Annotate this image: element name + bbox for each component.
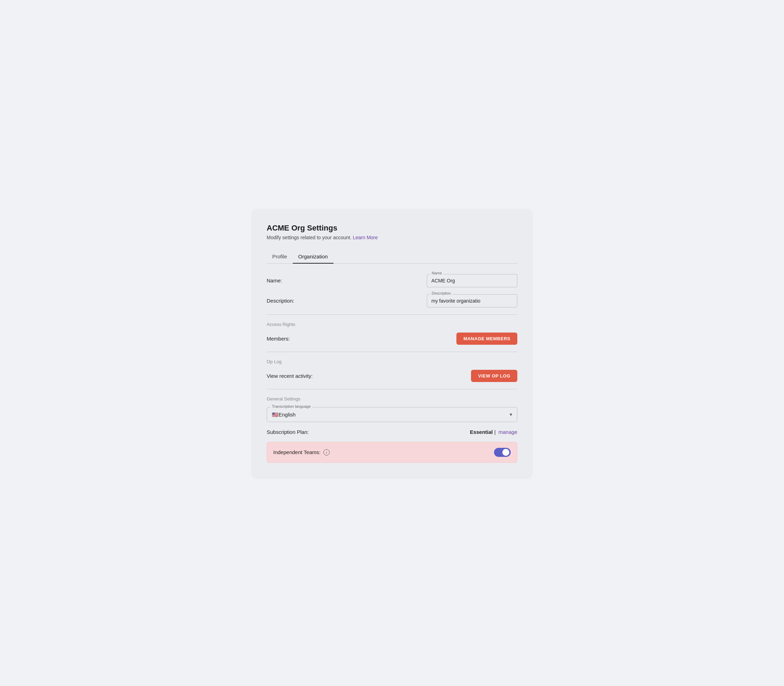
general-settings-heading: General Settings (267, 396, 517, 402)
op-log-row: View recent activity: VIEW OP LOG (267, 370, 517, 382)
tab-organization[interactable]: Organization (293, 250, 334, 264)
page-subtitle: Modify settings related to your account.… (267, 235, 517, 240)
members-label: Members: (267, 336, 290, 341)
name-input[interactable] (427, 274, 517, 287)
access-rights-heading: Access Rights (267, 322, 517, 327)
description-label: Description: (267, 298, 294, 304)
description-field-label: Description (430, 291, 452, 295)
language-wrapper: Transcription language 🇺🇸English ▾ (267, 407, 517, 422)
name-field-wrapper: Name (427, 274, 517, 287)
subscription-value: Essential | manage (470, 429, 517, 435)
divider-1 (267, 314, 517, 315)
language-select[interactable]: 🇺🇸English (267, 407, 517, 422)
divider-2 (267, 352, 517, 352)
description-field-wrapper: Description (427, 294, 517, 307)
description-row: Description: Description (267, 294, 517, 307)
manage-subscription-link[interactable]: manage (499, 429, 517, 435)
view-activity-label: View recent activity: (267, 373, 313, 379)
divider-3 (267, 389, 517, 389)
op-log-heading: Op Log (267, 359, 517, 364)
name-field-label: Name (430, 271, 443, 275)
name-label: Name: (267, 278, 282, 283)
info-icon[interactable]: i (323, 449, 330, 456)
description-input[interactable] (427, 294, 517, 307)
subscription-label: Subscription Plan: (267, 429, 309, 435)
independent-teams-label: Independent Teams: i (273, 449, 330, 456)
manage-members-button[interactable]: MANAGE MEMBERS (456, 333, 517, 345)
independent-teams-row: Independent Teams: i (267, 442, 517, 463)
subscription-row: Subscription Plan: Essential | manage (267, 429, 517, 435)
transcription-language-label: Transcription language (271, 404, 312, 408)
name-row: Name: Name (267, 274, 517, 287)
view-op-log-button[interactable]: VIEW OP LOG (471, 370, 517, 382)
toggle-slider (494, 448, 511, 457)
page-title: ACME Org Settings (267, 224, 517, 233)
independent-teams-toggle[interactable] (494, 448, 511, 457)
tab-profile[interactable]: Profile (267, 250, 293, 264)
settings-card: ACME Org Settings Modify settings relate… (253, 210, 531, 477)
tabs: Profile Organization (267, 250, 517, 264)
members-row: Members: MANAGE MEMBERS (267, 333, 517, 345)
learn-more-link[interactable]: Learn More (353, 235, 378, 240)
general-settings-section: Transcription language 🇺🇸English ▾ Subsc… (267, 407, 517, 463)
